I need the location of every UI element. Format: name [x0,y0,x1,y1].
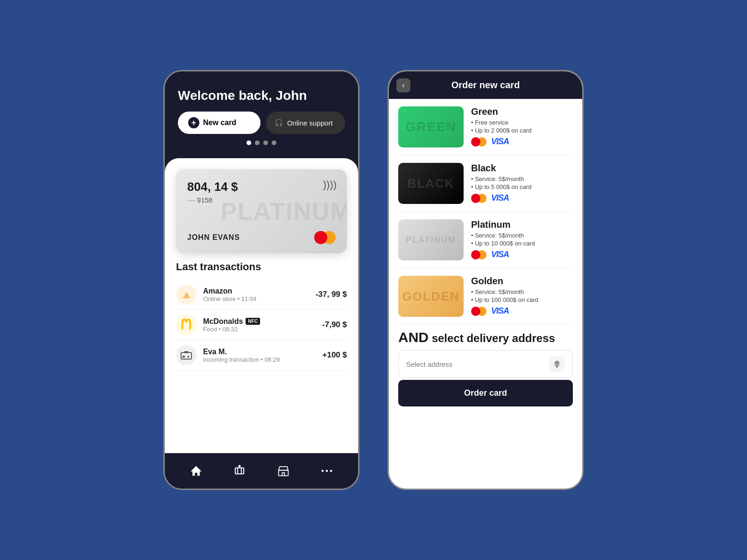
card-type-golden[interactable]: GOLDEN Golden • Service: 5$/month • Up t… [398,276,573,317]
platinum-payment-icons: VISA [471,250,573,259]
green-card-thumb: GREEN [398,106,464,147]
platinum-card-name: Platinum [471,219,573,230]
dot-2[interactable] [255,140,260,145]
golden-payment-icons: VISA [471,306,573,316]
nfc-badge: NFC [246,318,260,325]
amazon-icon: a [176,284,197,305]
greeting: Welcome back, John [178,88,345,103]
visa-golden: VISA [491,306,509,316]
dot-1[interactable] [247,140,251,145]
amazon-sub: Online store • 11:04 [203,295,316,302]
svg-point-12 [322,470,324,472]
svg-point-4 [187,356,189,357]
transactions-title: Last transactions [176,261,347,273]
svg-point-16 [556,363,557,364]
credit-card: PLATINUM 804, 14 $ ···· 9158 )))) JOHN E… [176,169,347,253]
carousel-dots [178,134,345,149]
right-header-title: Order new card [451,80,520,91]
svg-rect-5 [184,351,188,353]
mc-s-red-2 [471,194,480,203]
mc-s-red-3 [471,250,480,259]
platinum-card-info: Platinum • Service: 5$/month • Up to 10 … [471,219,573,259]
divider-3 [398,268,573,268]
divider-1 [398,155,573,155]
delivery-title: AND select delivery address [398,329,573,345]
platinum-thumb-label: PLATINUM [406,235,456,245]
card-owner: JOHN EVANS [187,233,240,242]
black-feature-2: • Up to 5 000$ on card [471,183,573,190]
eva-amount: +100 $ [323,350,347,360]
geo-icon[interactable] [549,356,565,372]
address-input[interactable] [406,360,544,368]
action-buttons: + New card 🎧 Online support [178,112,345,134]
platinum-card-thumb: PLATINUM [398,219,464,260]
home-nav-icon[interactable] [186,461,206,481]
transactions-section: Last transactions a Amazon Online store … [176,253,347,453]
dot-3[interactable] [263,140,268,145]
order-card-button[interactable]: Order card [398,380,573,406]
dot-4[interactable] [272,140,276,145]
right-phone: ‹ Order new card GREEN Green • Free serv… [388,70,584,490]
store-nav-icon[interactable] [273,461,294,481]
bottom-nav [165,453,358,489]
golden-thumb-label: GOLDEN [402,289,459,304]
left-phone: Welcome back, John + New card 🎧 Online s… [163,70,359,490]
address-input-row[interactable] [398,350,573,378]
black-payment-icons: VISA [471,193,573,203]
black-card-info: Black • Service: 5$/month • Up to 5 000$… [471,163,573,203]
svg-text:a: a [184,289,189,299]
mc-s-red [471,137,480,147]
mastercard-platinum [471,250,486,259]
online-support-button[interactable]: 🎧 Online support [266,112,345,134]
left-header: Welcome back, John + New card 🎧 Online s… [165,71,358,158]
green-card-name: Green [471,106,573,117]
transaction-eva: Eva M. Incoming transaction • 08:29 +100… [176,340,347,371]
divider-2 [398,211,573,212]
mcdonalds-amount: -7,90 $ [322,320,347,329]
visa-platinum: VISA [491,250,509,259]
right-header: ‹ Order new card [389,71,582,99]
more-nav-icon[interactable] [317,461,337,481]
new-card-button[interactable]: + New card [178,112,261,134]
eva-details: Eva M. Incoming transaction • 08:29 [203,348,323,363]
nfc-wave-icon: )))) [323,179,337,191]
black-thumb-label: BLACK [408,176,455,191]
visa-black: VISA [491,193,509,203]
transfer-nav-icon[interactable] [229,461,250,481]
green-feature-1: • Free service [471,119,573,126]
golden-card-thumb: GOLDEN [398,276,464,317]
green-payment-icons: VISA [471,137,573,147]
delivery-label: select delivery address [432,332,555,344]
golden-feature-2: • Up to 100 000$ on card [471,296,573,303]
back-button[interactable]: ‹ [396,78,410,92]
green-thumb-label: GREEN [405,119,457,134]
svg-point-13 [326,470,328,472]
card-number: ···· 9158 [187,196,336,204]
black-card-thumb: BLACK [398,163,464,204]
mastercard-green [471,137,486,147]
amazon-details: Amazon Online store • 11:04 [203,287,316,302]
card-type-platinum[interactable]: PLATINUM Platinum • Service: 5$/month • … [398,219,573,260]
mc-s-red-4 [471,307,480,316]
mastercard-golden [471,307,486,316]
mcdonalds-details: McDonalds NFC Food • 08:32 [203,317,322,333]
card-type-green[interactable]: GREEN Green • Free service • Up to 2 000… [398,106,573,147]
new-card-label: New card [203,119,236,127]
svg-rect-2 [181,352,191,359]
green-feature-2: • Up to 2 000$ on card [471,127,573,134]
support-label: Online support [287,119,333,127]
transaction-amazon: a Amazon Online store • 11:04 -37, 99 $ [176,280,347,310]
visa-green: VISA [491,137,509,147]
mcdonalds-icon [176,315,197,335]
black-card-name: Black [471,163,573,174]
mcdonalds-sub: Food • 08:32 [203,326,322,333]
eva-name: Eva M. [203,348,323,356]
right-body: GREEN Green • Free service • Up to 2 000… [389,99,582,489]
card-type-black[interactable]: BLACK Black • Service: 5$/month • Up to … [398,163,573,204]
eva-sub: Incoming transaction • 08:29 [203,356,323,363]
transfer-icon [176,345,197,365]
green-card-info: Green • Free service • Up to 2 000$ on c… [471,106,573,147]
svg-point-14 [330,470,332,472]
mcdonalds-name: McDonalds NFC [203,317,322,326]
golden-card-name: Golden [471,276,573,287]
